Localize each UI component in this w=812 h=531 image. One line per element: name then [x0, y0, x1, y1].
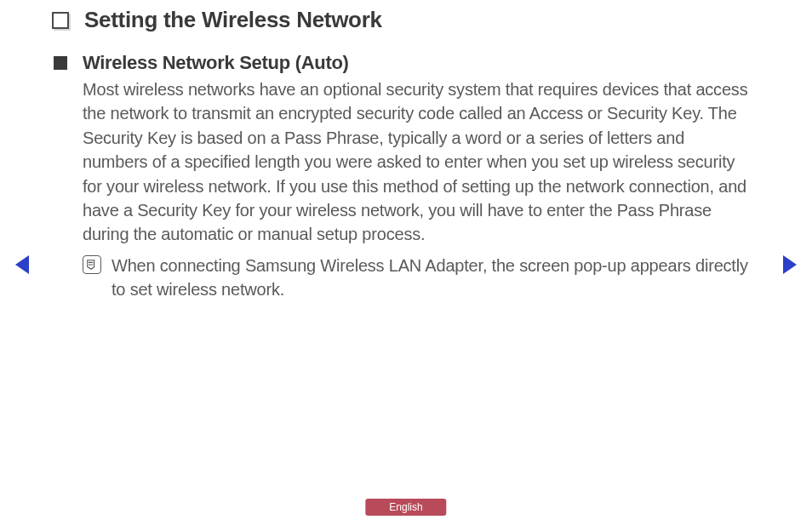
note-row: When connecting Samsung Wireless LAN Ada…	[83, 254, 752, 302]
next-page-button[interactable]	[783, 255, 797, 274]
checkbox-outline-icon	[52, 12, 69, 29]
section-body: Most wireless networks have an optional …	[83, 77, 752, 247]
page-title: Setting the Wireless Network	[84, 7, 382, 33]
square-bullet-icon	[54, 56, 67, 70]
page-content: Setting the Wireless Network Wireless Ne…	[0, 0, 812, 302]
section-header-row: Wireless Network Setup (Auto)	[83, 52, 752, 74]
title-row: Setting the Wireless Network	[47, 7, 769, 33]
language-badge[interactable]: English	[365, 499, 446, 516]
section-title: Wireless Network Setup (Auto)	[83, 52, 349, 74]
note-text: When connecting Samsung Wireless LAN Ada…	[112, 254, 752, 302]
section: Wireless Network Setup (Auto) Most wirel…	[83, 52, 752, 302]
previous-page-button[interactable]	[15, 255, 29, 274]
note-icon	[83, 255, 101, 274]
